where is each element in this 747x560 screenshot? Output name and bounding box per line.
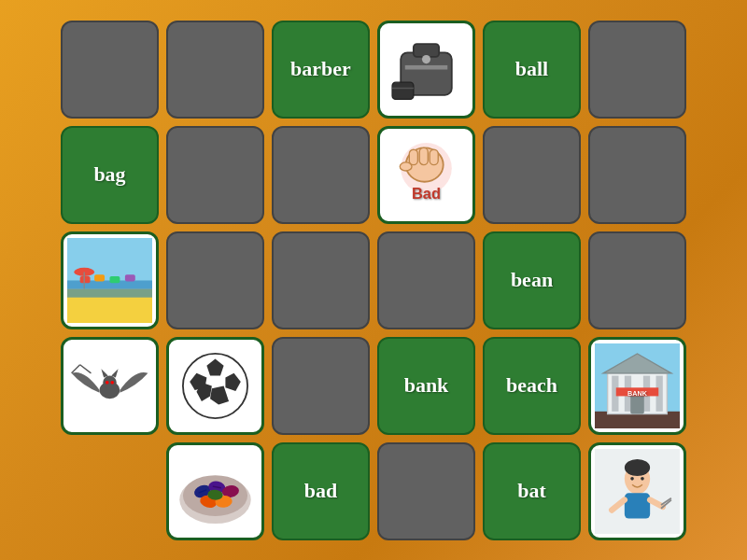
card-bank-building-image[interactable]: BANK [588, 337, 686, 435]
svg-line-24 [80, 364, 92, 372]
card-r1c1[interactable] [61, 21, 159, 119]
svg-rect-1 [414, 44, 439, 57]
card-soccer-ball-image[interactable] [166, 337, 264, 435]
card-label-bank: bank [404, 373, 449, 398]
card-r4c3[interactable] [272, 337, 370, 435]
barber-person-svg [595, 447, 680, 536]
svg-text:Bad: Bad [412, 184, 441, 201]
svg-rect-19 [125, 274, 135, 281]
row-2: bag Bad [61, 126, 686, 224]
card-label-beach: beach [506, 373, 557, 398]
bad-svg: Bad [384, 131, 469, 219]
card-r2c2[interactable] [166, 126, 264, 224]
svg-text:BANK: BANK [627, 388, 648, 397]
card-beach-scene-image[interactable] [61, 231, 159, 329]
card-r1c2[interactable] [166, 21, 264, 119]
card-r1c6[interactable] [588, 21, 686, 119]
card-r2c5[interactable] [483, 126, 581, 224]
card-bag[interactable]: bag [61, 126, 159, 224]
svg-marker-26 [101, 369, 107, 377]
svg-point-11 [400, 161, 412, 170]
card-r2c3[interactable] [272, 126, 370, 224]
svg-rect-44 [630, 394, 644, 413]
svg-point-59 [625, 458, 650, 475]
card-bad-image[interactable]: Bad [377, 126, 475, 224]
svg-rect-17 [94, 274, 105, 281]
card-r3c4[interactable] [377, 231, 475, 329]
svg-point-66 [641, 477, 644, 481]
card-bean[interactable]: bean [483, 231, 581, 329]
card-r3c2[interactable] [166, 231, 264, 329]
soccer-ball-svg [173, 342, 258, 430]
card-beans-image[interactable] [166, 442, 264, 540]
card-label-barber: barber [290, 57, 351, 81]
card-label-bag: bag [93, 162, 125, 187]
card-r5c4[interactable] [377, 442, 475, 540]
card-label-bean: bean [511, 268, 553, 292]
svg-rect-2 [405, 64, 448, 69]
svg-rect-60 [625, 493, 650, 518]
bank-building-svg: BANK [595, 342, 680, 430]
card-label-bat: bat [517, 479, 546, 503]
card-label-ball: ball [515, 57, 548, 81]
svg-rect-9 [419, 147, 428, 164]
svg-point-29 [110, 381, 114, 385]
beans-svg [173, 447, 258, 536]
row-1: barber ball [61, 21, 686, 119]
row-4: bank beach [61, 337, 686, 435]
card-bad[interactable]: bad [272, 442, 370, 540]
row-3: bean [61, 231, 686, 329]
svg-point-65 [630, 477, 634, 481]
svg-rect-4 [392, 82, 414, 99]
game-grid: barber ball bag [46, 6, 701, 555]
barber-bag-svg [384, 25, 469, 114]
svg-point-25 [103, 375, 117, 389]
svg-point-3 [422, 55, 430, 63]
card-r2c6[interactable] [588, 126, 686, 224]
svg-marker-27 [111, 369, 118, 377]
svg-rect-8 [409, 149, 417, 164]
svg-rect-15 [67, 280, 152, 297]
card-bat[interactable]: bat [483, 442, 581, 540]
svg-point-28 [106, 381, 109, 385]
svg-rect-18 [110, 275, 120, 282]
card-ball[interactable]: ball [483, 21, 581, 119]
card-r3c6[interactable] [588, 231, 686, 329]
svg-rect-10 [430, 149, 438, 164]
card-barber-person-image[interactable] [588, 442, 686, 540]
card-label-bad: bad [304, 479, 337, 503]
card-beach[interactable]: beach [483, 337, 581, 435]
card-bat-image[interactable] [61, 337, 159, 435]
row-5: bad bat [61, 442, 686, 540]
bat-svg [67, 342, 152, 430]
card-r3c3[interactable] [272, 231, 370, 329]
card-barber-bag-image[interactable] [377, 21, 475, 119]
svg-rect-16 [80, 275, 91, 282]
svg-line-23 [72, 364, 80, 372]
beach-scene-svg [67, 236, 152, 325]
card-barber[interactable]: barber [272, 21, 370, 119]
card-bank[interactable]: bank [377, 337, 475, 435]
